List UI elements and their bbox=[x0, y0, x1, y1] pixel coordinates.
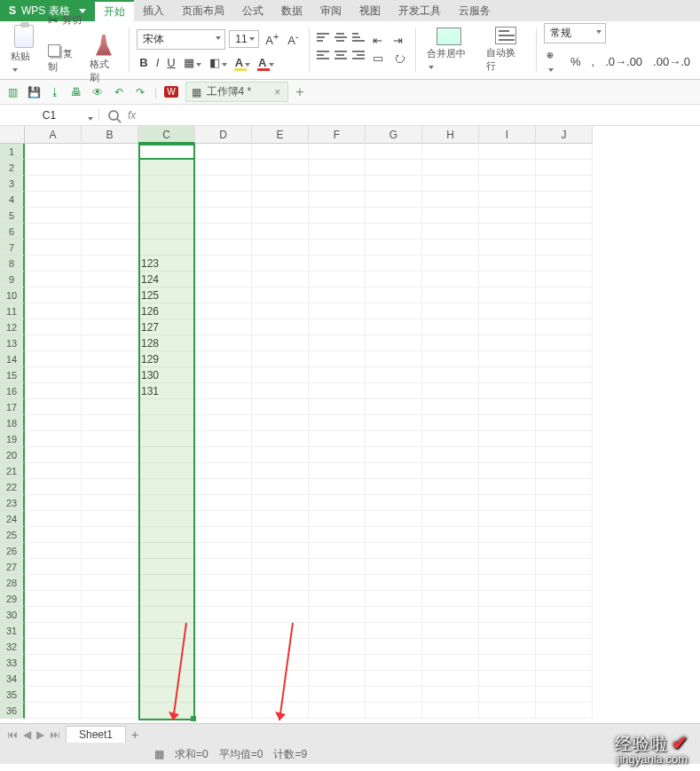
format-painter-button[interactable]: 格式刷 bbox=[86, 33, 122, 86]
cell[interactable] bbox=[536, 447, 593, 463]
cell[interactable] bbox=[195, 303, 252, 319]
row-header[interactable]: 33 bbox=[0, 655, 25, 671]
underline-button[interactable]: U bbox=[164, 55, 177, 70]
column-header[interactable]: A bbox=[25, 126, 82, 144]
cell[interactable] bbox=[536, 607, 593, 623]
align-bottom-button[interactable] bbox=[352, 33, 365, 42]
align-top-button[interactable] bbox=[317, 33, 329, 42]
cell[interactable] bbox=[366, 399, 422, 415]
cell[interactable] bbox=[422, 367, 479, 383]
cell[interactable] bbox=[309, 176, 366, 192]
cell[interactable] bbox=[252, 511, 309, 527]
cell[interactable] bbox=[479, 319, 536, 335]
sheet-nav-prev-button[interactable]: ◀ bbox=[23, 728, 31, 741]
cell[interactable] bbox=[422, 591, 479, 607]
cell[interactable] bbox=[25, 511, 82, 527]
cell[interactable] bbox=[309, 607, 366, 623]
cell[interactable] bbox=[195, 271, 252, 287]
row-header[interactable]: 14 bbox=[0, 351, 25, 367]
cell[interactable] bbox=[479, 575, 536, 591]
row-header[interactable]: 29 bbox=[0, 591, 25, 607]
cell[interactable] bbox=[309, 671, 366, 687]
cell[interactable] bbox=[195, 192, 252, 208]
cell[interactable] bbox=[195, 144, 252, 160]
cell[interactable] bbox=[82, 240, 138, 256]
cell[interactable] bbox=[479, 144, 536, 160]
align-center-button[interactable] bbox=[334, 51, 347, 59]
cell[interactable] bbox=[82, 543, 138, 559]
cell[interactable] bbox=[479, 367, 536, 383]
cell[interactable] bbox=[366, 511, 422, 527]
cell[interactable] bbox=[195, 208, 252, 224]
row-header[interactable]: 11 bbox=[0, 303, 25, 319]
cell[interactable] bbox=[536, 463, 593, 479]
cell[interactable] bbox=[536, 192, 593, 208]
cell[interactable] bbox=[82, 479, 138, 495]
cell[interactable] bbox=[252, 447, 309, 463]
menu-item-8[interactable]: 云服务 bbox=[450, 0, 499, 21]
cell[interactable] bbox=[422, 224, 479, 240]
cell[interactable] bbox=[309, 399, 366, 415]
cell[interactable] bbox=[138, 495, 195, 511]
menu-item-7[interactable]: 开发工具 bbox=[389, 0, 450, 21]
cell[interactable] bbox=[536, 623, 593, 639]
cell[interactable] bbox=[422, 240, 479, 256]
cell[interactable] bbox=[479, 639, 536, 655]
cell[interactable] bbox=[309, 271, 366, 287]
row-header[interactable]: 26 bbox=[0, 543, 25, 559]
cell[interactable] bbox=[195, 351, 252, 367]
cell[interactable] bbox=[309, 527, 366, 543]
cell[interactable] bbox=[82, 463, 138, 479]
cell[interactable] bbox=[422, 703, 479, 719]
cell[interactable] bbox=[479, 607, 536, 623]
cell[interactable] bbox=[366, 463, 422, 479]
cell[interactable]: 129 bbox=[138, 351, 195, 367]
cell[interactable] bbox=[25, 303, 82, 319]
cell[interactable] bbox=[25, 495, 82, 511]
cell[interactable] bbox=[252, 160, 309, 176]
cell[interactable] bbox=[195, 224, 252, 240]
cell[interactable] bbox=[82, 319, 138, 335]
paste-button[interactable]: 粘贴 bbox=[7, 23, 41, 75]
column-header[interactable]: H bbox=[422, 126, 479, 144]
row-header[interactable]: 32 bbox=[0, 639, 25, 655]
cell[interactable] bbox=[309, 431, 366, 447]
row-header[interactable]: 17 bbox=[0, 399, 25, 415]
highlight-button[interactable]: A bbox=[232, 55, 253, 70]
cell[interactable] bbox=[25, 240, 82, 256]
cell[interactable] bbox=[82, 351, 138, 367]
row-header[interactable]: 4 bbox=[0, 192, 25, 208]
row-header[interactable]: 1 bbox=[0, 144, 25, 160]
cell[interactable] bbox=[138, 224, 195, 240]
cell[interactable] bbox=[536, 335, 593, 351]
cell[interactable] bbox=[138, 415, 195, 431]
cell[interactable] bbox=[536, 431, 593, 447]
cell[interactable] bbox=[195, 639, 252, 655]
cell[interactable] bbox=[82, 271, 138, 287]
cell[interactable] bbox=[366, 319, 422, 335]
cell[interactable] bbox=[479, 559, 536, 575]
cell[interactable] bbox=[252, 495, 309, 511]
cell[interactable] bbox=[252, 607, 309, 623]
cell[interactable] bbox=[82, 224, 138, 240]
cell[interactable] bbox=[138, 479, 195, 495]
cell[interactable] bbox=[479, 447, 536, 463]
cell[interactable] bbox=[536, 208, 593, 224]
cell[interactable] bbox=[366, 639, 422, 655]
cell[interactable] bbox=[422, 335, 479, 351]
row-header[interactable]: 27 bbox=[0, 559, 25, 575]
cell[interactable] bbox=[309, 319, 366, 335]
cell[interactable] bbox=[366, 559, 422, 575]
cell[interactable] bbox=[252, 271, 309, 287]
cell[interactable] bbox=[479, 495, 536, 511]
cell[interactable] bbox=[82, 447, 138, 463]
cell[interactable] bbox=[252, 415, 309, 431]
cell[interactable] bbox=[422, 303, 479, 319]
cell[interactable] bbox=[309, 287, 366, 303]
row-header[interactable]: 18 bbox=[0, 415, 25, 431]
cell[interactable] bbox=[422, 176, 479, 192]
bold-button[interactable]: B bbox=[137, 55, 150, 70]
sheet-nav-next-button[interactable]: ▶ bbox=[36, 728, 44, 741]
cell[interactable] bbox=[309, 208, 366, 224]
redo-icon[interactable]: ↷ bbox=[133, 85, 147, 99]
